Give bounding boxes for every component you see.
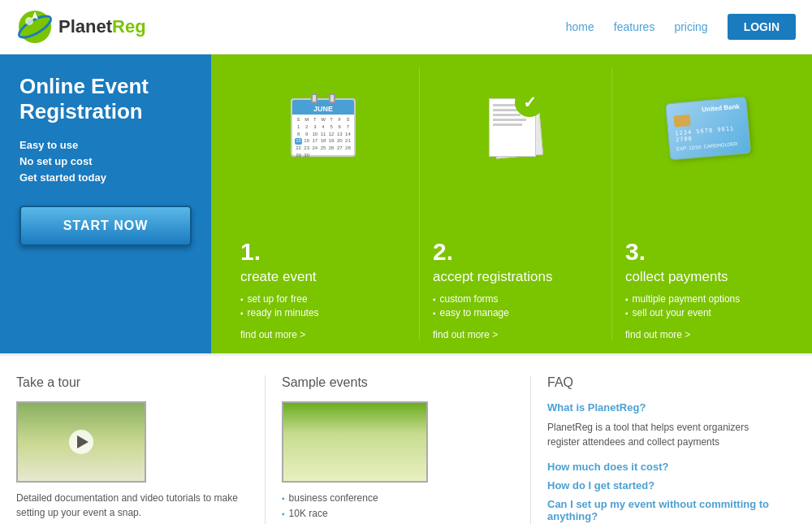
cal-th: T <box>328 117 335 123</box>
logo-icon <box>16 8 54 45</box>
step-2-find-more-link[interactable]: find out more > <box>433 329 598 340</box>
cal-11: 11 <box>319 132 326 138</box>
step-1-number: 1. <box>240 238 406 266</box>
step-2-title: accept registrations <box>433 269 598 285</box>
faq-a1: PlanetReg is a tool that helps event org… <box>547 420 780 449</box>
step-1-title: create event <box>240 269 406 285</box>
sample-events-title: Sample events <box>282 375 514 390</box>
calendar-icon: JUNE S M T W T F S 1 2 3 <box>287 84 360 157</box>
faq-column: FAQ What is PlanetReg? PlanetReg is a to… <box>531 375 796 524</box>
cal-14: 14 <box>344 132 352 138</box>
cal-19: 19 <box>328 138 335 145</box>
cal-17: 17 <box>311 138 318 145</box>
svg-point-2 <box>25 17 33 25</box>
cal-2: 2 <box>303 124 310 131</box>
step-3-number: 3. <box>625 238 791 266</box>
green-checkmark-icon: ✓ <box>515 88 544 117</box>
cal-t: T <box>311 117 318 123</box>
step-2-bullet-2: easy to manage <box>433 307 598 318</box>
cal-9: 9 <box>303 132 310 138</box>
header: PlanetReg home features pricing LOGIN <box>0 0 812 54</box>
calendar-grid: S M T W T F S 1 2 3 4 5 6 <box>292 115 354 162</box>
hero-bullet-1: Easy to use <box>19 139 192 151</box>
step-1-bullet-1: set up for free <box>240 293 406 305</box>
hero-bullet-3: Get started today <box>19 171 192 184</box>
faq-q4[interactable]: Can I set up my event without committing… <box>547 498 780 522</box>
faq-q2[interactable]: How much does it cost? <box>547 461 780 473</box>
step-create-event: JUNE S M T W T F S 1 2 3 <box>227 67 420 340</box>
document-stack: ✓ <box>487 88 544 157</box>
nav-home[interactable]: home <box>566 20 594 33</box>
nav-pricing[interactable]: pricing <box>674 20 707 33</box>
sample-thumb-background <box>283 403 426 481</box>
cal-4: 4 <box>319 124 326 131</box>
cal-f: F <box>336 117 343 123</box>
sample-item-2: 10K race <box>282 508 514 519</box>
hero-title: Online Event Registration <box>19 74 192 124</box>
cal-s: S <box>295 117 302 123</box>
tour-column: Take a tour Detailed documentation and v… <box>16 375 266 524</box>
card-number: 1234 5678 9011 2700 <box>675 124 742 143</box>
calendar-rings <box>311 93 335 103</box>
calendar-body: JUNE S M T W T F S 1 2 3 <box>291 98 356 157</box>
cal-1: 1 <box>295 124 302 131</box>
step-1-icon-area: JUNE S M T W T F S 1 2 3 <box>240 67 406 157</box>
logo-planet: Planet <box>58 16 112 37</box>
calendar-ring-left <box>311 93 317 103</box>
step-3-icon-area: United Bank 1234 5678 9011 2700 EXP: 12/… <box>625 67 791 157</box>
calendar-ring-right <box>329 93 335 103</box>
nav-features[interactable]: features <box>614 20 655 33</box>
tour-title: Take a tour <box>16 375 248 390</box>
step-collect-payments: United Bank 1234 5678 9011 2700 EXP: 12/… <box>612 67 804 340</box>
cal-w: W <box>319 117 326 123</box>
cal-10: 10 <box>311 132 318 138</box>
cal-29: 29 <box>295 153 302 159</box>
play-button[interactable] <box>69 430 93 454</box>
login-button[interactable]: LOGIN <box>728 14 796 40</box>
cal-8: 8 <box>295 132 302 138</box>
cal-sa: S <box>344 117 352 123</box>
cal-26: 26 <box>328 145 335 152</box>
step-3-bullet-2: sell out your event <box>625 307 791 318</box>
faq-q3[interactable]: How do I get started? <box>547 479 780 492</box>
cal-3: 3 <box>311 124 318 131</box>
step-1-find-more-link[interactable]: find out more > <box>240 329 406 340</box>
cal-30: 30 <box>303 153 310 159</box>
cal-7: 7 <box>344 124 352 131</box>
step-2-number: 2. <box>433 238 598 266</box>
cal-21: 21 <box>344 138 352 145</box>
cal-6: 6 <box>336 124 343 131</box>
hero-left-panel: Online Event Registration Easy to use No… <box>0 54 211 353</box>
sample-thumbnail <box>282 401 428 483</box>
sample-item-1: business conference <box>282 492 514 504</box>
step-2-icon-area: ✓ <box>433 67 598 157</box>
logo-text: PlanetReg <box>58 16 146 37</box>
calendar-month: JUNE <box>313 105 333 113</box>
tour-thumbnail[interactable] <box>16 401 146 483</box>
nav: home features pricing LOGIN <box>566 14 796 40</box>
credit-card-icon: United Bank 1234 5678 9011 2700 EXP: 12/… <box>665 97 751 160</box>
cal-15-highlight: 15 <box>295 138 302 145</box>
calendar-header: JUNE <box>292 100 354 115</box>
lower-section: Take a tour Detailed documentation and v… <box>0 353 812 524</box>
step-3-find-more-link[interactable]: find out more > <box>625 329 791 340</box>
card-chip <box>674 115 691 128</box>
cal-13: 13 <box>336 132 343 138</box>
cal-24: 24 <box>311 145 318 152</box>
cal-22: 22 <box>295 145 302 152</box>
cal-20: 20 <box>336 138 343 145</box>
cal-25: 25 <box>319 145 326 152</box>
step-2-bullet-1: custom forms <box>433 293 598 305</box>
logo-area: PlanetReg <box>16 8 146 45</box>
faq-title: FAQ <box>547 375 780 390</box>
cal-m: M <box>303 117 310 123</box>
cal-23: 23 <box>303 145 310 152</box>
tour-description: Detailed documentation and video tutoria… <box>16 491 248 520</box>
cal-18: 18 <box>319 138 326 145</box>
cal-27: 27 <box>336 145 343 152</box>
hero-steps: JUNE S M T W T F S 1 2 3 <box>211 54 812 353</box>
faq-q1[interactable]: What is PlanetReg? <box>547 401 780 414</box>
cal-16: 16 <box>303 138 310 145</box>
step-3-bullet-1: multiple payment options <box>625 293 791 305</box>
start-now-button[interactable]: START NOW <box>19 206 192 246</box>
